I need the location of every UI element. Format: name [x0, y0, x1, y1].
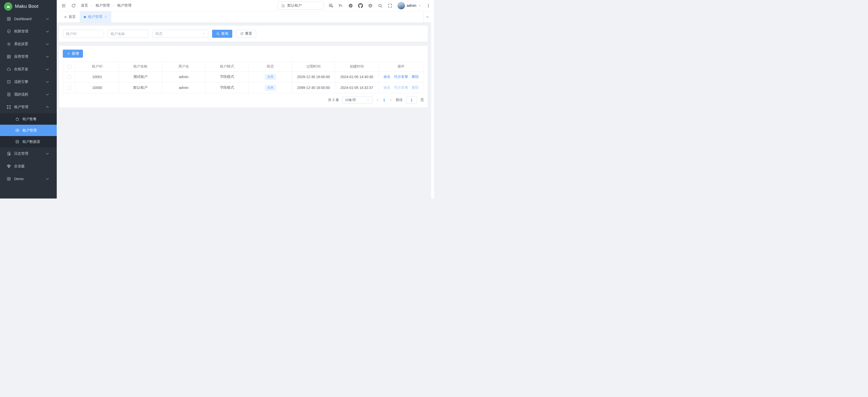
chevron-down-icon: [45, 55, 50, 59]
row-checkbox[interactable]: [67, 86, 71, 90]
tab-label: 首页: [69, 14, 76, 19]
office-building-icon: [281, 3, 285, 8]
status-select[interactable]: 状态: [152, 30, 208, 38]
table-cell: 测试租户: [119, 71, 162, 82]
font-size-icon[interactable]: T T: [338, 3, 343, 8]
sidebar-subitem[interactable]: 租户套餐: [0, 113, 57, 125]
sidebar-subitem-active[interactable]: 租户管理: [0, 125, 57, 136]
kebab-menu-icon[interactable]: [426, 3, 431, 8]
next-page-icon[interactable]: [389, 98, 393, 102]
table-header-row: 租户ID租户名称用户名租户模式状态过期时间创建时间操作: [63, 62, 424, 71]
sidebar-item[interactable]: 应用管理: [0, 51, 57, 63]
add-button[interactable]: 新增: [63, 49, 83, 58]
tabbar: 首页租户管理: [57, 11, 434, 23]
page-unit-label: 页: [421, 98, 424, 102]
gear-icon: [6, 42, 11, 46]
query-button[interactable]: 查询: [212, 30, 232, 38]
sidebar-item-label: 应用管理: [14, 55, 45, 59]
chevron-down-icon: [45, 67, 50, 71]
select-all-checkbox[interactable]: [67, 65, 71, 69]
app-title: Maku Boot: [15, 3, 39, 9]
row-checkbox[interactable]: [67, 75, 71, 79]
action-link[interactable]: 同步套餐: [394, 74, 408, 78]
bag-icon: [15, 117, 20, 121]
tab-active[interactable]: 租户管理: [80, 11, 111, 23]
sidebar-item-label: 我的流程: [14, 92, 45, 97]
actions-cell: 修改同步套餐删除: [378, 71, 424, 82]
reset-button[interactable]: 重置: [236, 30, 256, 38]
sidebar-item[interactable]: 我的流程: [0, 88, 57, 101]
main-area: 首页租户管理租户管理 默认租户 A: [57, 0, 434, 199]
sidebar-item[interactable]: 企业版: [0, 160, 57, 172]
translate-icon[interactable]: A: [329, 3, 333, 8]
tab-item[interactable]: 首页: [60, 11, 80, 23]
refresh-icon[interactable]: [71, 3, 76, 8]
sidebar-subitem[interactable]: 租户数据源: [0, 136, 57, 147]
chevron-down-icon: [202, 32, 205, 35]
tenant-select-value: 默认租户: [287, 3, 302, 8]
search-icon[interactable]: [378, 3, 382, 8]
tabbar-dropdown-button[interactable]: [424, 11, 431, 23]
sidebar-item[interactable]: 系统设置: [0, 38, 57, 51]
page-size-value: 10条/页: [345, 98, 356, 102]
github-icon[interactable]: [358, 3, 363, 8]
diamond-icon: [6, 164, 11, 168]
page-size-select[interactable]: 10条/页: [342, 97, 372, 103]
table-cell: 2099-12-30 16:00:00: [292, 82, 335, 93]
breadcrumb-item[interactable]: 租户管理: [117, 3, 131, 8]
sidebar-item-label: Demo: [14, 177, 45, 181]
grid-icon: [6, 176, 11, 181]
table-cell: 2024-01-05 14:40:30: [335, 71, 378, 82]
tab-dot: [84, 16, 86, 18]
column-header: 状态: [249, 62, 292, 71]
chevron-down-icon: [426, 15, 429, 19]
gitee-icon[interactable]: G: [368, 3, 373, 8]
document-check-icon: [6, 152, 11, 156]
sidebar-item[interactable]: Demo: [0, 172, 57, 185]
table-cell: 10000: [76, 82, 119, 93]
scrollbar-track[interactable]: [431, 23, 434, 199]
topbar-right: 默认租户 A T T: [278, 1, 431, 9]
sidebar-item[interactable]: 流程引擎: [0, 75, 57, 88]
table-row: 10000默认租户admin字段模式启用2099-12-30 16:00:002…: [63, 82, 424, 93]
sidebar-item[interactable]: 在线开发: [0, 63, 57, 75]
sidebar-item[interactable]: 权限管理: [0, 25, 57, 38]
svg-text:T: T: [341, 4, 342, 7]
tab-dot: [64, 16, 67, 18]
column-header: 操作: [378, 62, 424, 71]
prev-page-icon[interactable]: [376, 98, 379, 102]
sidebar-item[interactable]: 租户管理: [0, 101, 57, 113]
action-link[interactable]: 删除: [412, 74, 419, 78]
user-menu[interactable]: admin: [397, 2, 421, 9]
menu-fold-icon[interactable]: [61, 3, 66, 8]
chevron-down-icon: [45, 92, 50, 97]
globe-icon[interactable]: [348, 3, 353, 8]
refresh-icon: [240, 32, 244, 35]
tab-label: 租户管理: [88, 14, 102, 19]
tenant-id-input[interactable]: [63, 30, 104, 38]
chevron-down-icon: [367, 99, 370, 101]
goto-page-input[interactable]: [406, 97, 417, 103]
sidebar-item-label: 在线开发: [14, 67, 45, 71]
tenant-name-input[interactable]: [108, 30, 149, 38]
breadcrumb-item[interactable]: 首页: [81, 3, 88, 8]
sidebar-menu: Dashboard权限管理系统设置应用管理在线开发流程引擎我的流程租户管理租户套…: [0, 12, 57, 199]
table-cell: 字段模式: [205, 71, 249, 82]
action-link[interactable]: 修改: [383, 74, 391, 78]
document-user-icon: [6, 92, 11, 97]
close-icon[interactable]: [104, 15, 107, 19]
chevron-down-icon: [45, 176, 50, 181]
table-card: 新增 租户ID租户名称用户名租户模式状态过期时间创建时间操作 10001测试租户…: [59, 46, 428, 107]
page-content: 状态 查询 重置: [57, 23, 434, 199]
sidebar-item[interactable]: 日志管理: [0, 147, 57, 160]
sidebar-item-label: 日志管理: [14, 152, 45, 156]
chevron-down-icon: [418, 4, 421, 7]
fullscreen-icon[interactable]: [388, 3, 393, 8]
page-number[interactable]: 1: [382, 98, 385, 102]
table-cell: admin: [162, 82, 206, 93]
cloud-icon: [6, 67, 11, 71]
breadcrumb-item[interactable]: 租户管理: [96, 3, 110, 8]
sidebar-item[interactable]: Dashboard: [0, 12, 57, 25]
calendar-check-icon: [6, 79, 11, 84]
tenant-select[interactable]: 默认租户: [278, 1, 323, 9]
